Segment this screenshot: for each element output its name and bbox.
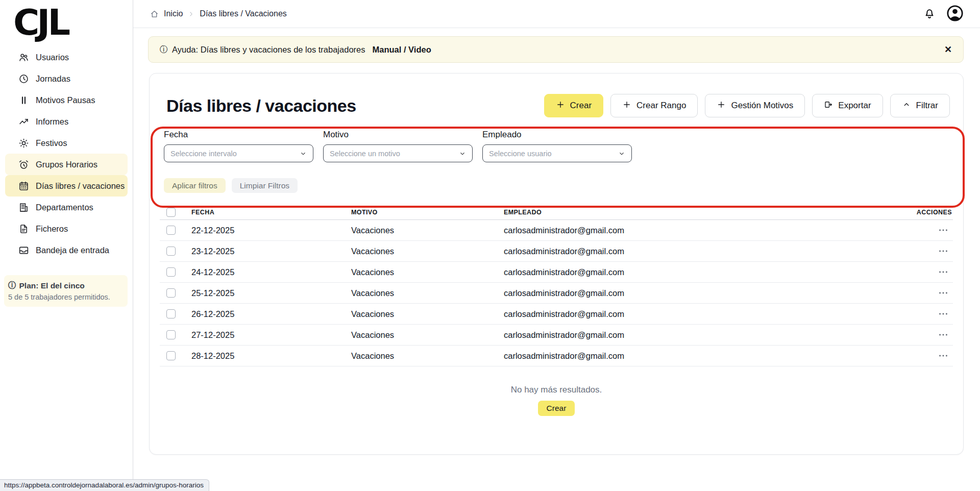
sidebar-item-dias-libres-vacaciones[interactable]: Días libres / vacaciones	[5, 175, 128, 197]
sidebar-item-ficheros[interactable]: Ficheros	[5, 218, 128, 239]
sidebar-item-motivos-pausas[interactable]: Motivos Pausas	[5, 89, 128, 111]
row-checkbox[interactable]	[166, 267, 176, 277]
user-avatar-icon	[946, 5, 964, 23]
column-header-acciones: ACCIONES	[897, 209, 953, 216]
empleado-filter-label: Empleado	[482, 130, 632, 140]
sidebar-item-festivos[interactable]: Festivos	[5, 132, 128, 154]
cell-empleado: carlosadministrador@gmail.com	[504, 247, 897, 256]
select-placeholder: Seleccione intervalo	[170, 150, 237, 158]
chevron-down-icon	[459, 150, 466, 157]
sidebar-item-informes[interactable]: Informes	[5, 111, 128, 132]
row-actions-button[interactable]	[897, 287, 953, 299]
cell-fecha: 23-12-2025	[191, 247, 351, 256]
button-label: Crear	[570, 101, 592, 111]
alarm-clock-icon	[18, 159, 29, 170]
cell-fecha: 24-12-2025	[191, 267, 351, 277]
bell-icon	[923, 7, 936, 21]
plan-subtitle: 5 de 5 trabajadores permitidos.	[8, 293, 122, 301]
filtrar-button[interactable]: Filtrar	[890, 94, 950, 117]
row-actions-button[interactable]	[897, 245, 953, 257]
column-header-motivo: MOTIVO	[351, 209, 504, 216]
table-row: 27-12-2025 Vacaciones carlosadministrado…	[160, 325, 953, 346]
sidebar-item-bandeja-de-entrada[interactable]: Bandeja de entrada	[5, 239, 128, 261]
motivo-select[interactable]: Seleccione un motivo	[323, 144, 473, 162]
button-label: Exportar	[838, 101, 871, 111]
app-logo[interactable]: CJL	[0, 0, 133, 42]
sidebar-item-departamentos[interactable]: Departamentos	[5, 197, 128, 218]
crear-rango-button[interactable]: Crear Rango	[610, 94, 698, 117]
info-icon: ⓘ	[160, 44, 168, 55]
row-checkbox[interactable]	[166, 351, 176, 360]
table-row: 26-12-2025 Vacaciones carlosadministrado…	[160, 304, 953, 325]
card-header: Días libres / vacaciones Crear Crear Ran…	[150, 73, 963, 117]
cell-fecha: 22-12-2025	[191, 226, 351, 235]
table-row: 25-12-2025 Vacaciones carlosadministrado…	[160, 283, 953, 304]
gestion-motivos-button[interactable]: Gestión Motivos	[705, 94, 805, 117]
cell-motivo: Vacaciones	[351, 330, 504, 340]
chevron-down-icon	[618, 150, 625, 157]
sidebar-item-grupos-horarios[interactable]: Grupos Horarios	[5, 154, 128, 175]
select-placeholder: Seleccione un motivo	[330, 150, 400, 158]
table-row: 23-12-2025 Vacaciones carlosadministrado…	[160, 241, 953, 262]
export-icon	[824, 100, 833, 112]
cell-motivo: Vacaciones	[351, 247, 504, 256]
row-checkbox[interactable]	[166, 247, 176, 256]
row-actions-button[interactable]	[897, 329, 953, 340]
building-icon	[18, 202, 29, 213]
page-title: Días libres / vacaciones	[166, 96, 356, 116]
empleado-select[interactable]: Seleccione usuario	[482, 144, 632, 162]
info-icon: ⓘ	[8, 280, 16, 291]
select-placeholder: Seleccione usuario	[489, 150, 552, 158]
row-actions-button[interactable]	[897, 225, 953, 236]
motivo-filter-label: Motivo	[323, 130, 473, 140]
close-banner-button[interactable]: ✕	[944, 44, 952, 55]
clear-filters-button[interactable]: Limpiar Filtros	[232, 178, 298, 193]
row-actions-button[interactable]	[897, 266, 953, 278]
cell-motivo: Vacaciones	[351, 267, 504, 277]
sidebar-nav: Usuarios Jornadas Motivos Pausas Informe…	[0, 46, 133, 261]
plus-icon	[556, 100, 565, 112]
select-all-checkbox[interactable]	[166, 208, 176, 217]
sidebar-item-label: Bandeja de entrada	[36, 245, 109, 255]
row-checkbox[interactable]	[166, 226, 176, 235]
row-actions-button[interactable]	[897, 350, 953, 361]
trending-up-icon	[18, 116, 29, 127]
plan-title-text: Plan: El del cinco	[19, 281, 85, 290]
file-icon	[18, 224, 29, 234]
sun-icon	[18, 138, 29, 149]
create-bottom-button[interactable]: Crear	[538, 401, 575, 416]
exportar-button[interactable]: Exportar	[812, 94, 883, 117]
sidebar-item-label: Grupos Horarios	[36, 160, 97, 169]
status-url-tooltip: https://appbeta.controldejornadalaboral.…	[0, 479, 209, 491]
column-header-fecha: FECHA	[191, 209, 351, 216]
row-actions-button[interactable]	[897, 308, 953, 320]
cell-empleado: carlosadministrador@gmail.com	[504, 267, 897, 277]
pause-icon	[18, 95, 29, 106]
sidebar-item-jornadas[interactable]: Jornadas	[5, 68, 128, 89]
account-button[interactable]	[946, 5, 964, 23]
crear-button[interactable]: Crear	[544, 94, 604, 117]
notifications-button[interactable]	[923, 7, 936, 21]
cell-fecha: 28-12-2025	[191, 351, 351, 361]
help-manual-video-links[interactable]: Manual / Video	[373, 45, 431, 55]
vacations-table: FECHA MOTIVO EMPLEADO ACCIONES 22-12-202…	[160, 205, 953, 416]
topbar-right	[923, 5, 964, 23]
cell-empleado: carlosadministrador@gmail.com	[504, 351, 897, 361]
row-checkbox[interactable]	[166, 330, 176, 339]
fecha-select[interactable]: Seleccione intervalo	[164, 144, 313, 162]
row-checkbox[interactable]	[166, 309, 176, 318]
sidebar-item-label: Departamentos	[36, 203, 93, 212]
table-row: 28-12-2025 Vacaciones carlosadministrado…	[160, 346, 953, 366]
breadcrumb: Inicio Días libres / Vacaciones	[150, 9, 287, 18]
breadcrumb-home-link[interactable]: Inicio	[164, 9, 183, 18]
apply-filters-button[interactable]: Aplicar filtros	[164, 178, 226, 193]
chevron-right-icon	[188, 11, 194, 17]
cell-motivo: Vacaciones	[351, 351, 504, 361]
row-checkbox[interactable]	[166, 288, 176, 298]
sidebar-item-usuarios[interactable]: Usuarios	[5, 46, 128, 68]
clock-icon	[18, 73, 29, 84]
dias-libres-card: Días libres / vacaciones Crear Crear Ran…	[149, 73, 964, 455]
help-banner: ⓘ Ayuda: Días libres y vacaciones de los…	[148, 36, 964, 63]
plan-box: ⓘ Plan: El del cinco 5 de 5 trabajadores…	[4, 275, 128, 307]
table-row: 22-12-2025 Vacaciones carlosadministrado…	[160, 220, 953, 241]
